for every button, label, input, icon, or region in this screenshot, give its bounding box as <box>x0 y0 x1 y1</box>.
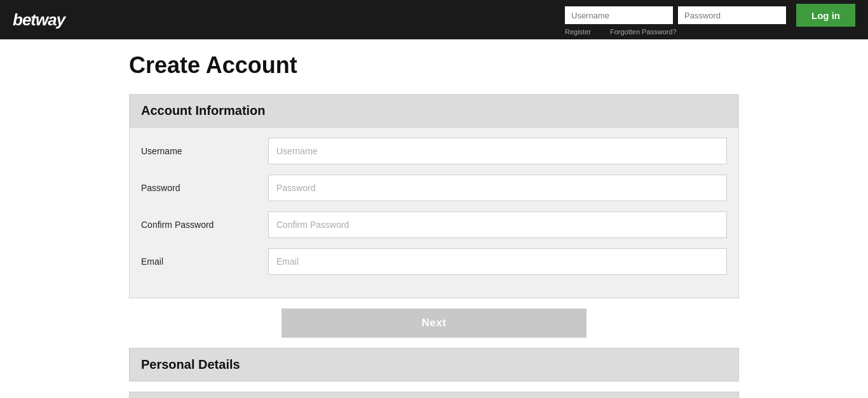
next-button[interactable]: Next <box>281 308 587 338</box>
header-auth-area: Log in Register Forgotten Password? <box>565 4 855 36</box>
forgotten-password-link[interactable]: Forgotten Password? <box>610 28 677 36</box>
email-input[interactable] <box>268 248 727 275</box>
main-content: Create Account Account Information Usern… <box>116 39 752 398</box>
confirm-password-row: Confirm Password <box>141 211 727 238</box>
email-row: Email <box>141 248 727 275</box>
password-row: Password <box>141 175 727 201</box>
register-link[interactable]: Register <box>565 28 591 36</box>
header-username-input[interactable] <box>565 6 673 24</box>
personal-details-panel: Personal Details <box>129 348 739 381</box>
site-header: betway Log in Register Forgotten Passwor… <box>0 0 868 39</box>
username-row: Username <box>141 138 727 164</box>
account-info-header: Account Information <box>130 95 738 128</box>
username-label: Username <box>141 146 268 156</box>
header-links-row: Register Forgotten Password? <box>565 28 855 36</box>
page-title: Create Account <box>129 52 739 79</box>
username-input[interactable] <box>268 138 727 164</box>
account-info-panel: Account Information Username Password Co… <box>129 94 739 298</box>
confirm-password-input[interactable] <box>268 211 727 238</box>
personal-details-heading: Personal Details <box>141 357 727 372</box>
login-button[interactable]: Log in <box>796 4 855 27</box>
header-field-row: Log in <box>565 4 855 27</box>
password-label: Password <box>141 183 268 193</box>
header-password-input[interactable] <box>678 6 786 24</box>
email-label: Email <box>141 256 268 267</box>
account-info-heading: Account Information <box>141 103 727 118</box>
next-button-wrap: Next <box>129 308 739 338</box>
password-input[interactable] <box>268 175 727 201</box>
logo: betway <box>13 10 65 30</box>
confirm-password-label: Confirm Password <box>141 220 268 230</box>
contact-details-panel: Contact Details <box>129 392 739 398</box>
account-info-body: Username Password Confirm Password Email <box>130 128 738 298</box>
header-right: Log in Register Forgotten Password? <box>565 4 855 36</box>
